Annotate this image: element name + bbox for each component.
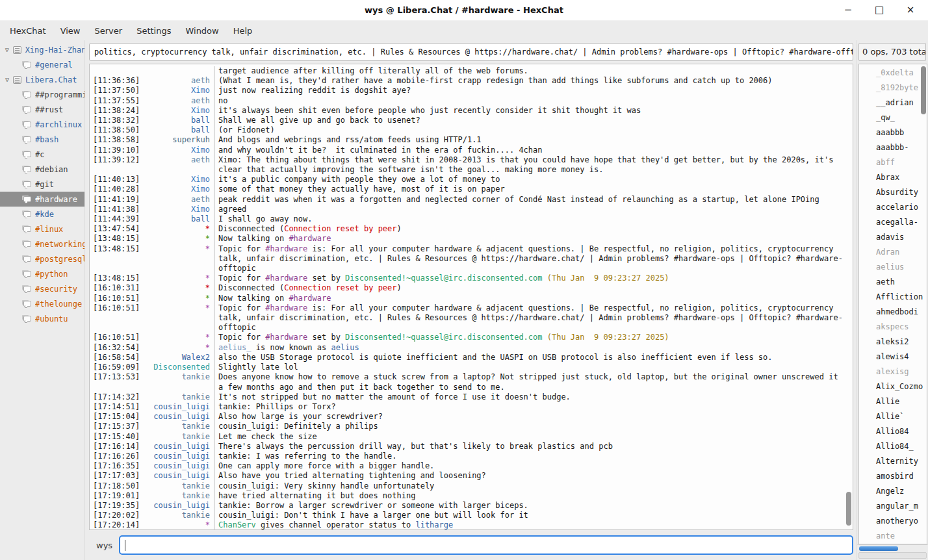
userlist-item[interactable]: Absurdity — [859, 185, 927, 200]
nick: tankie — [182, 422, 210, 431]
nick: cousin_luigi — [153, 402, 210, 412]
tree-channel--git[interactable]: #git — [0, 177, 84, 192]
timestamp: [17:14:32] — [93, 392, 140, 402]
tree-channel--programming[interactable]: ##programming — [0, 87, 84, 102]
tree-channel--archlinux[interactable]: #archlinux — [0, 117, 84, 132]
chat-scrollbar[interactable] — [846, 492, 851, 526]
tree-channel--linux[interactable]: #linux — [0, 222, 84, 236]
window-controls: − □ × — [842, 5, 928, 15]
nick: Ximo — [191, 146, 210, 155]
nick: tankie — [182, 491, 210, 501]
chat-line: [17:18:50]tankiecousin_luigi: Very skinn… — [93, 481, 844, 491]
nick: Walex2 — [182, 353, 210, 363]
chat-line: [16:32:54]*aelius_ is now known as aeliu… — [93, 343, 844, 353]
userlist-item[interactable]: aelius — [859, 260, 927, 275]
menu-help[interactable]: Help — [226, 23, 260, 39]
userlist-item[interactable]: __adrian — [859, 95, 927, 110]
userlist-item[interactable]: aleksi2 — [859, 335, 927, 350]
nick: * — [205, 343, 210, 353]
network-icon — [13, 46, 21, 54]
userlist-item[interactable]: aaabbb — [859, 125, 927, 140]
tree-channel--security[interactable]: #security — [0, 281, 84, 296]
chat-line: [16:10:51]*Topic for #hardware is: For a… — [93, 303, 844, 333]
message: I shall go away now. — [214, 214, 844, 224]
minimize-icon[interactable]: − — [842, 5, 854, 15]
tree-channel--ubuntu[interactable]: #ubuntu — [0, 311, 84, 326]
menu-settings[interactable]: Settings — [129, 23, 178, 39]
topic-input[interactable]: politics, cryptocurrency talk, unfair di… — [89, 43, 853, 61]
timestamp: [17:15:04] — [93, 412, 140, 422]
userlist-item[interactable]: Allio84 — [859, 424, 927, 439]
userlist-item[interactable]: akspecs — [859, 320, 927, 335]
message: Topic for #hardware is: For all your com… — [214, 303, 844, 333]
userlist-item[interactable]: Angelz — [859, 484, 927, 499]
channel-icon — [23, 151, 31, 157]
menu-hexchat[interactable]: HexChat — [3, 23, 53, 39]
userlist-item[interactable]: angular_m — [859, 499, 927, 514]
userlist-item[interactable]: amosbird — [859, 469, 927, 484]
expander-icon[interactable]: ▽ — [3, 46, 12, 53]
message: Ximo: The thing about things that were s… — [214, 155, 844, 175]
tree-network-libera-chat[interactable]: ▽Libera.Chat — [0, 72, 84, 87]
tree-channel--python[interactable]: #python — [0, 266, 84, 281]
nick: cousin_luigi — [153, 442, 210, 452]
userlist-item[interactable]: Alix_Cozmo — [859, 379, 927, 394]
chat-line: [16:59:09]DisconsentedSlightly late lol — [93, 363, 844, 372]
expander-icon[interactable]: ▽ — [3, 76, 12, 83]
tree-channel--debian[interactable]: #debian — [0, 162, 84, 177]
tree-channel--hardware[interactable]: #hardware — [0, 192, 84, 207]
userlist-item[interactable]: anotheryo — [859, 514, 927, 529]
userlist-item[interactable]: Adran — [859, 245, 927, 260]
chat-line: [11:44:39]ballI shall go away now. — [93, 214, 844, 224]
tree-channel--c[interactable]: #c — [0, 147, 84, 162]
nick: * — [205, 234, 210, 244]
tree-channel--kde[interactable]: #kde — [0, 207, 84, 222]
tree-item-label: #networking — [35, 240, 84, 249]
tree-channel--thelounge[interactable]: #thelounge — [0, 296, 84, 311]
userlist-item[interactable]: adavis — [859, 230, 927, 245]
userlist-item[interactable]: Allie — [859, 394, 927, 409]
channel-icon — [23, 166, 31, 172]
userlist-scrollbar[interactable] — [921, 66, 926, 114]
nick: ball — [191, 214, 210, 224]
userlist-item[interactable]: Allie` — [859, 409, 927, 424]
menu-view[interactable]: View — [53, 23, 88, 39]
channel-icon — [23, 62, 31, 68]
tree-channel--bash[interactable]: #bash — [0, 132, 84, 147]
menu-server[interactable]: Server — [87, 23, 129, 39]
userlist-item[interactable]: aaabbb- — [859, 140, 927, 155]
chat-line: [13:48:15]*Now talking on #hardware — [93, 234, 844, 244]
tree-channel--networking[interactable]: #networking — [0, 236, 84, 251]
userlist-item[interactable]: aeth — [859, 275, 927, 290]
tree-item-label: ##rust — [35, 105, 63, 114]
userlist-item[interactable]: alewis4 — [859, 350, 927, 364]
userlist-hscroll-handle[interactable] — [859, 546, 898, 551]
userlist-item[interactable]: abff — [859, 155, 927, 170]
message: cousin_luigi: Don't think I have a large… — [214, 511, 844, 520]
userlist-item[interactable]: _8192byte — [859, 81, 927, 95]
message: agreed — [214, 205, 844, 214]
tree-network-xing-hai-zhan[interactable]: ▽Xing-Hai-Zhan — [0, 42, 84, 57]
userlist-item[interactable]: Affliction — [859, 290, 927, 305]
message: tankie: I was referring to the handle. — [214, 452, 844, 461]
message-input[interactable] — [119, 535, 853, 555]
userlist-item[interactable]: ahmedbodi — [859, 305, 927, 320]
close-icon[interactable]: × — [905, 5, 916, 15]
userlist-item[interactable]: Abrax — [859, 170, 927, 185]
message: tankie: Phillips or Torx? — [214, 402, 844, 412]
tree-channel--postgresql[interactable]: #postgresql — [0, 251, 84, 266]
userlist-item[interactable]: Allio84_ — [859, 439, 927, 454]
chat-line: [17:16:26]cousin_luigitankie: I was refe… — [93, 452, 844, 461]
userlist-item[interactable]: ante — [859, 529, 927, 544]
tree-channel--rust[interactable]: ##rust — [0, 102, 84, 117]
tree-channel--general[interactable]: #general — [0, 57, 84, 72]
maximize-icon[interactable]: □ — [873, 5, 885, 15]
userlist-item[interactable]: accelario — [859, 200, 927, 215]
chat-line: [11:41:38]Ximoagreed — [93, 205, 844, 214]
userlist-item[interactable]: Alternity — [859, 454, 927, 469]
menu-window[interactable]: Window — [178, 23, 226, 39]
userlist-item[interactable]: alexisg — [859, 364, 927, 379]
userlist-item[interactable]: _qw_ — [859, 110, 927, 125]
userlist-item[interactable]: _0xdelta — [859, 66, 927, 81]
userlist-item[interactable]: acegalla- — [859, 215, 927, 230]
